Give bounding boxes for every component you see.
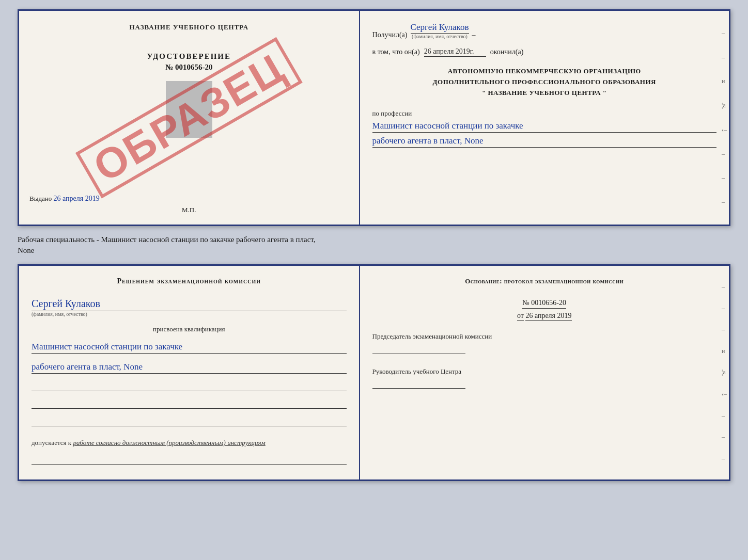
protocol-date: от 26 апреля 2019 — [517, 312, 572, 320]
between-label: Рабочая специальность - Машинист насосно… — [18, 233, 730, 257]
udostoverenie-box: УДОСТОВЕРЕНИЕ № 0010656-20 — [147, 52, 231, 138]
prisvoena-label: присвоена квалификация — [32, 325, 347, 333]
profession-line1: Машинист насосной станции по закачке — [372, 121, 716, 133]
vtom-line: в том, что он(а) 26 апреля 2019г. окончи… — [372, 47, 716, 57]
top-doc-left: НАЗВАНИЕ УЧЕБНОГО ЦЕНТРА ОБРАЗЕЦ УДОСТОВ… — [19, 11, 360, 225]
top-document: НАЗВАНИЕ УЧЕБНОГО ЦЕНТРА ОБРАЗЕЦ УДОСТОВ… — [18, 9, 730, 226]
poluchil-name: Сергей Кулаков — [411, 22, 469, 34]
photo-placeholder — [166, 81, 212, 138]
right-margin-marks: – – и ¦а ‹– – – – — [722, 11, 727, 225]
blank-line-1 — [32, 382, 347, 391]
bottom-profession-line1: Машинист насосной станции по закачке — [32, 342, 347, 354]
blank-line-2 — [32, 399, 347, 409]
org-line3: " НАЗВАНИЕ УЧЕБНОГО ЦЕНТРА " — [372, 88, 716, 99]
bottom-profession-line2: рабочего агента в пласт, None — [32, 362, 347, 374]
fio-sub-bottom: (фамилия, имя, отчество) — [32, 311, 347, 317]
vydano-section: Выдано 26 апреля 2019 — [29, 189, 349, 203]
predsedatel-label: Председатель экзаменационной комиссии — [372, 332, 492, 340]
rukovoditel-block: Руководитель учебного Центра — [372, 366, 716, 389]
ot-date: 26 апреля 2019 — [525, 312, 571, 321]
bottom-right-margin-marks: – – – и ¦а ‹– – – – — [722, 266, 727, 479]
profession-line2: рабочего агента в пласт, None — [372, 136, 716, 148]
vydano-date: 26 апреля 2019 — [54, 195, 100, 202]
between-line2: None — [18, 245, 730, 256]
top-center-title: НАЗВАНИЕ УЧЕБНОГО ЦЕНТРА — [129, 23, 248, 31]
org-block: АВТОНОМНУЮ НЕКОММЕРЧЕСКУЮ ОРГАНИЗАЦИЮ ДО… — [372, 66, 716, 98]
okoncil-label: окончил(а) — [490, 48, 524, 56]
komissia-title: Решением экзаменационной комиссии — [32, 277, 347, 285]
komissia-name: Сергей Кулаков — [32, 298, 347, 311]
blank-line-3 — [32, 417, 347, 426]
profession-block: по профессии Машинист насосной станции п… — [372, 108, 716, 148]
predsedatel-block: Председатель экзаменационной комиссии — [372, 331, 716, 354]
poluchil-label: Получил(a) — [372, 31, 408, 39]
protocol-number: № 0010656-20 — [522, 299, 566, 309]
dash-after-name: – — [472, 31, 476, 39]
vtom-date: 26 апреля 2019г. — [424, 47, 486, 57]
mp-label: М.П. — [182, 206, 196, 214]
blank-line-4 — [32, 455, 347, 465]
bottom-document: Решением экзаменационной комиссии Сергей… — [18, 264, 730, 481]
dopuskaetsya-label: допускается к — [32, 439, 71, 446]
po-professii-label: по профессии — [372, 109, 412, 117]
bottom-doc-right: Основание: протокол экзаменационной коми… — [360, 266, 729, 479]
between-line1: Рабочая специальность - Машинист насосно… — [18, 234, 730, 245]
dopuskaetsya-block: допускается к работе согласно должностны… — [32, 439, 347, 447]
rukovoditel-label: Руководитель учебного Центра — [372, 367, 462, 375]
udostoverenie-title: УДОСТОВЕРЕНИЕ — [147, 52, 231, 61]
predsedatel-signature-line — [372, 345, 465, 354]
osnovanje-title: Основание: протокол экзаменационной коми… — [372, 277, 716, 285]
bottom-doc-left: Решением экзаменационной комиссии Сергей… — [19, 266, 360, 479]
rukovoditel-signature-line — [372, 379, 465, 389]
fio-sub-top: (фамилия, имя, отчество) — [412, 34, 467, 39]
poluchil-line: Получил(a) Сергей Кулаков (фамилия, имя,… — [372, 22, 716, 39]
org-line1: АВТОНОМНУЮ НЕКОММЕРЧЕСКУЮ ОРГАНИЗАЦИЮ — [372, 66, 716, 77]
udostoverenie-number: № 0010656-20 — [165, 63, 212, 72]
org-line2: ДОПОЛНИТЕЛЬНОГО ПРОФЕССИОНАЛЬНОГО ОБРАЗО… — [372, 77, 716, 88]
top-doc-right: Получил(a) Сергей Кулаков (фамилия, имя,… — [360, 11, 729, 225]
dopuskaetsya-text: работе согласно должностным (производств… — [73, 439, 265, 446]
vydano-label: Выдано — [29, 195, 52, 202]
ot-label: от — [517, 312, 524, 321]
vtom-label: в том, что он(а) — [372, 48, 420, 56]
